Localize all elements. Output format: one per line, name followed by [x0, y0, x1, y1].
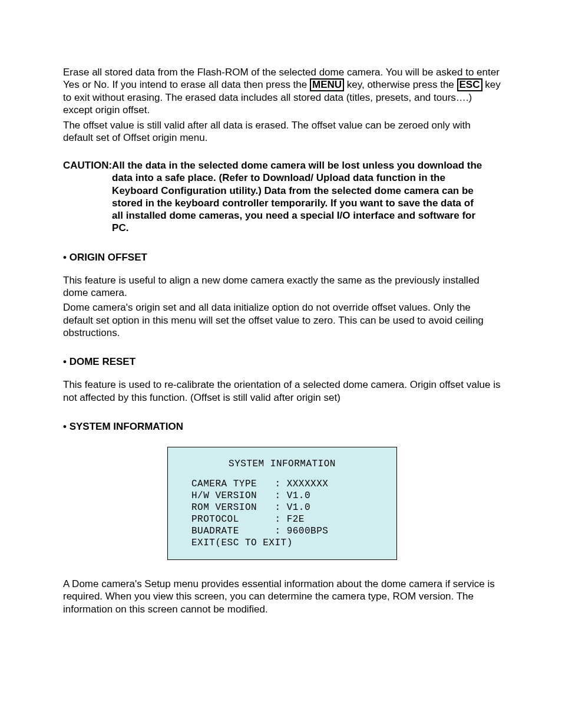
system-info-panel-title: SYSTEM INFORMATION	[168, 458, 396, 470]
panel-baudrate: BUADRATE : 9600BPS	[168, 525, 396, 537]
menu-key-box: MENU	[310, 78, 344, 91]
intro-paragraph-2: The offset value is still valid after al…	[63, 119, 501, 144]
caution-label: CAUTION:	[63, 159, 112, 172]
dome-reset-heading: • DOME RESET	[63, 355, 501, 368]
document-page: Erase all stored data from the Flash-ROM…	[0, 0, 562, 728]
origin-offset-heading: • ORIGIN OFFSET	[63, 251, 501, 263]
panel-camera-type: CAMERA TYPE : XXXXXXX	[168, 478, 396, 490]
system-info-heading: • SYSTEM INFORMATION	[63, 420, 501, 433]
system-info-heading-text: • SYSTEM INFORMATION	[63, 421, 183, 432]
panel-protocol: PROTOCOL : F2E	[168, 513, 396, 525]
dome-reset-p1: This feature is used to re-calibrate the…	[63, 378, 501, 404]
origin-offset-p2: Dome camera's origin set and all data in…	[63, 301, 501, 339]
panel-hw-version: H/W VERSION : V1.0	[168, 490, 396, 502]
esc-key-box: ESC	[457, 78, 482, 91]
system-info-panel: SYSTEM INFORMATION CAMERA TYPE : XXXXXXX…	[167, 447, 397, 560]
system-info-p1: A Dome camera's Setup menu provides esse…	[63, 578, 501, 615]
caution-text: All the data in the selected dome camera…	[112, 159, 486, 235]
dome-reset-heading-text: • DOME RESET	[63, 356, 135, 367]
intro-text-1b: key, otherwise press the	[344, 79, 457, 90]
panel-exit: EXIT(ESC TO EXIT)	[168, 537, 396, 549]
caution-block: CAUTION: All the data in the selected do…	[63, 159, 501, 235]
origin-offset-p1: This feature is useful to align a new do…	[63, 274, 501, 299]
panel-rom-version: ROM VERSION : V1.0	[168, 502, 396, 513]
intro-paragraph-1: Erase all stored data from the Flash-ROM…	[63, 66, 501, 117]
origin-offset-heading-text: • ORIGIN OFFSET	[63, 252, 147, 263]
